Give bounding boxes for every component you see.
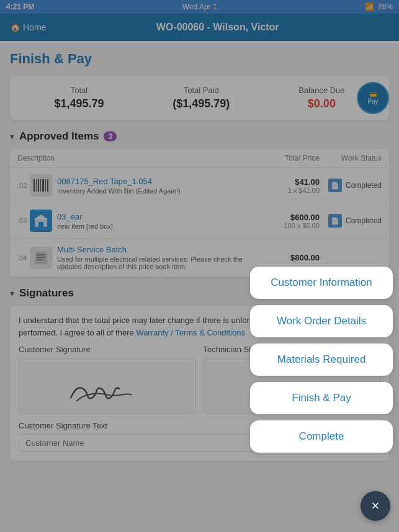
menu-item-customer-info[interactable]: Customer Information [250,267,393,299]
menu-item-finish-pay[interactable]: Finish & Pay [250,382,393,414]
menu-item-materials-required[interactable]: Materials Required [250,344,393,376]
menu-item-work-order-details[interactable]: Work Order Details [250,305,393,337]
context-menu: Customer Information Work Order Details … [250,267,393,453]
close-button[interactable]: × [361,491,390,521]
menu-item-complete[interactable]: Complete [250,420,393,453]
